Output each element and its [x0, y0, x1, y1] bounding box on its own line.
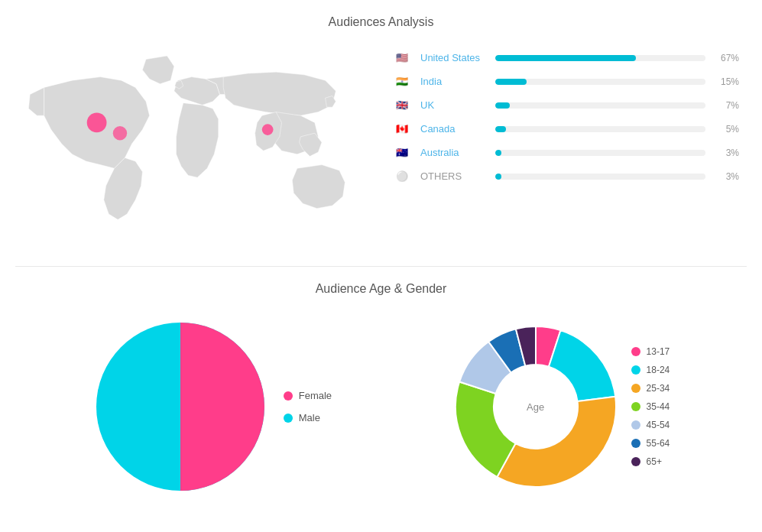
audiences-title: Audiences Analysis — [23, 15, 739, 29]
gender-legend-item: Male — [284, 412, 332, 423]
age-legend-item: 25-34 — [631, 383, 670, 394]
map-dot-usa — [87, 113, 107, 133]
gender-legend: Female Male — [268, 390, 332, 423]
age-gender-row: Female Male Age 13-17 18-24 25-34 35-44 … — [23, 311, 739, 502]
flag-icon: 🇺🇸 — [390, 52, 414, 63]
age-chart-area: Age 13-17 18-24 25-34 35-44 45-54 55-64 … — [448, 319, 670, 495]
flag-icon: 🇮🇳 — [390, 76, 414, 87]
bar-percentage: 15% — [712, 76, 739, 87]
gender-chart-area: Female Male — [92, 319, 332, 495]
age-legend-label: 25-34 — [647, 383, 670, 394]
bar-country-label: UK — [420, 99, 489, 111]
bar-country-label: Canada — [420, 123, 489, 135]
bar-fill — [495, 174, 501, 180]
age-legend-item: 65+ — [631, 456, 670, 467]
age-gender-section: Audience Age & Gender Female Male — [0, 267, 762, 525]
bar-percentage: 3% — [712, 148, 739, 158]
bar-fill — [495, 150, 501, 156]
gender-legend-item: Female — [284, 390, 332, 401]
legend-label: Male — [299, 412, 320, 423]
map-dot-usa2 — [113, 126, 127, 140]
bar-fill — [495, 102, 510, 109]
age-legend-item: 35-44 — [631, 401, 670, 412]
world-map-container — [23, 44, 375, 243]
bar-fill — [495, 126, 506, 132]
bar-percentage: 7% — [712, 100, 739, 111]
age-legend-item: 45-54 — [631, 420, 670, 430]
bar-track — [495, 55, 705, 61]
age-legend-label: 35-44 — [647, 401, 670, 412]
age-legend-label: 13-17 — [647, 346, 670, 357]
age-legend-item: 18-24 — [631, 365, 670, 375]
bar-fill — [495, 79, 527, 85]
age-legend-dot — [631, 457, 640, 466]
bar-percentage: 3% — [712, 171, 739, 182]
age-legend-label: 65+ — [647, 456, 662, 467]
flag-icon: 🇨🇦 — [390, 123, 414, 135]
bar-track — [495, 126, 705, 132]
gender-pie-wrapper — [92, 319, 268, 495]
bar-list: 🇺🇸 United States 67% 🇮🇳 India 15% 🇬🇧 UK … — [390, 44, 739, 194]
bar-track — [495, 174, 705, 180]
bar-percentage: 5% — [712, 124, 739, 135]
audiences-section: Audiences Analysis — [0, 0, 762, 266]
world-map-svg — [23, 44, 375, 243]
age-legend-label: 55-64 — [647, 438, 670, 449]
age-legend-label: 18-24 — [647, 365, 670, 375]
bar-item: 🇨🇦 Canada 5% — [390, 123, 739, 135]
bar-track — [495, 79, 705, 85]
age-legend-dot — [631, 420, 640, 430]
bar-country-label: United States — [420, 52, 489, 63]
flag-icon: 🇦🇺 — [390, 147, 414, 158]
legend-dot — [284, 414, 293, 423]
bar-track — [495, 150, 705, 156]
gender-pie-svg — [92, 319, 268, 495]
age-legend-dot — [631, 347, 640, 356]
audiences-row: 🇺🇸 United States 67% 🇮🇳 India 15% 🇬🇧 UK … — [23, 44, 739, 243]
age-legend-dot — [631, 384, 640, 393]
bar-item: 🇺🇸 United States 67% — [390, 52, 739, 63]
bar-item: 🇦🇺 Australia 3% — [390, 147, 739, 158]
bar-country-label: India — [420, 76, 489, 87]
bar-fill — [495, 55, 636, 61]
age-legend-dot — [631, 439, 640, 448]
legend-label: Female — [299, 390, 332, 401]
age-legend-dot — [631, 365, 640, 375]
bar-country-label: OTHERS — [420, 170, 489, 182]
donut-center-label: Age — [527, 401, 544, 413]
bar-item: ⚪ OTHERS 3% — [390, 170, 739, 182]
age-legend: 13-17 18-24 25-34 35-44 45-54 55-64 65+ — [624, 346, 670, 467]
age-donut-wrapper: Age — [448, 319, 624, 495]
bar-track — [495, 102, 705, 109]
bar-percentage: 67% — [712, 53, 739, 63]
flag-icon: 🇬🇧 — [390, 99, 414, 111]
map-dot-india — [262, 124, 274, 135]
bar-item: 🇮🇳 India 15% — [390, 76, 739, 87]
age-gender-title: Audience Age & Gender — [23, 282, 739, 296]
legend-dot — [284, 391, 293, 401]
age-legend-label: 45-54 — [647, 420, 670, 430]
flag-icon: ⚪ — [390, 170, 414, 182]
age-legend-item: 13-17 — [631, 346, 670, 357]
bar-country-label: Australia — [420, 147, 489, 158]
age-legend-dot — [631, 402, 640, 411]
age-legend-item: 55-64 — [631, 438, 670, 449]
bar-item: 🇬🇧 UK 7% — [390, 99, 739, 111]
